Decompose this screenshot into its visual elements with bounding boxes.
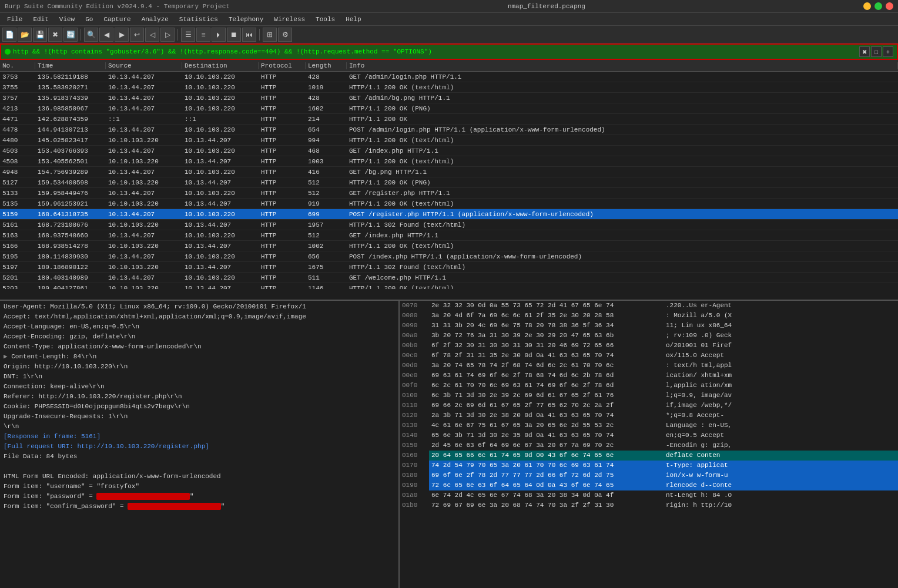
- close-button[interactable]: [886, 2, 893, 10]
- cell-len: 511: [306, 274, 347, 281]
- filter-input[interactable]: [13, 48, 857, 55]
- cell-no: 5127: [0, 179, 35, 186]
- table-row[interactable]: 4213 136.985850967 10.13.44.207 10.10.10…: [0, 103, 898, 114]
- hex-offset: 00b0: [400, 341, 429, 351]
- cell-dst: 10.10.103.220: [182, 253, 259, 260]
- window-controls[interactable]: [863, 2, 893, 10]
- hex-offset: 00a0: [400, 331, 429, 341]
- toolbar-cols[interactable]: ⊞: [263, 28, 277, 42]
- cell-len: 468: [306, 147, 347, 154]
- cell-no: 5159: [0, 211, 35, 218]
- cell-dst: 10.10.103.220: [182, 105, 259, 112]
- table-row[interactable]: 5203 180.404127861 10.10.103.220 10.13.4…: [0, 283, 898, 289]
- detail-line[interactable]: [Full request URI: http://10.10.103.220/…: [1, 442, 397, 452]
- toolbar-restart[interactable]: ⏮: [242, 28, 256, 42]
- table-row[interactable]: 5133 159.958449476 10.13.44.207 10.10.10…: [0, 188, 898, 199]
- cell-src: 10.13.44.207: [106, 274, 182, 281]
- toolbar-reload[interactable]: 🔄: [63, 28, 78, 42]
- table-row[interactable]: 5197 180.186890122 10.10.103.220 10.13.4…: [0, 262, 898, 273]
- table-row[interactable]: 5163 168.937548660 10.13.44.207 10.10.10…: [0, 230, 898, 241]
- hex-bytes: 3a 20 4d 6f 7a 69 6c 6c 61 2f 35 2e 30 2…: [429, 311, 664, 321]
- toolbar-save[interactable]: 💾: [33, 28, 47, 42]
- table-row[interactable]: 4480 145.025823417 10.10.103.220 10.13.4…: [0, 135, 898, 146]
- hex-ascii: ox/115.0 Accept: [664, 351, 898, 361]
- menu-edit[interactable]: Edit: [28, 15, 53, 24]
- toolbar-next[interactable]: ▷: [160, 28, 175, 42]
- col-header-info: Info: [347, 62, 898, 69]
- hex-offset: 0150: [400, 441, 429, 451]
- cell-info: HTTP/1.1 200 OK (text/html): [347, 200, 898, 207]
- cell-time: 168.641318735: [35, 211, 106, 218]
- toolbar-goto[interactable]: ↩: [130, 28, 144, 42]
- menu-tools[interactable]: Tools: [311, 15, 340, 24]
- menu-analyze[interactable]: Analyze: [137, 15, 173, 24]
- toolbar-fwd[interactable]: ▶: [115, 28, 129, 42]
- detail-line[interactable]: [Response in frame: 5161]: [1, 432, 397, 442]
- cell-dst: 10.10.103.220: [182, 84, 259, 91]
- menu-statistics[interactable]: Statistics: [175, 15, 223, 24]
- toolbar-open[interactable]: 📂: [18, 28, 32, 42]
- table-row[interactable]: 5201 180.403140989 10.13.44.207 10.10.10…: [0, 273, 898, 283]
- packet-list-header: No. Time Source Destination Protocol Len…: [0, 60, 898, 72]
- table-row[interactable]: 3753 135.582119188 10.13.44.207 10.10.10…: [0, 72, 898, 82]
- menu-capture[interactable]: Capture: [99, 15, 135, 24]
- detail-line[interactable]: Content-Length: 84\r\n: [1, 352, 397, 362]
- cell-len: 1019: [306, 84, 347, 91]
- table-row[interactable]: 5161 168.723108676 10.10.103.220 10.13.4…: [0, 220, 898, 230]
- cell-len: 214: [306, 116, 347, 123]
- cell-src: 10.10.103.220: [106, 179, 182, 186]
- detail-line: Upgrade-Insecure-Requests: 1\r\n: [1, 412, 397, 422]
- table-row[interactable]: 4503 153.403766393 10.13.44.207 10.10.10…: [0, 146, 898, 156]
- table-row[interactable]: 3755 135.583920271 10.13.44.207 10.10.10…: [0, 82, 898, 93]
- toolbar-prev[interactable]: ◁: [145, 28, 159, 42]
- cell-src: 10.13.44.207: [106, 95, 182, 102]
- cell-src: 10.10.103.220: [106, 137, 182, 144]
- table-row[interactable]: 5135 159.961253921 10.10.103.220 10.13.4…: [0, 199, 898, 209]
- toolbar-stop[interactable]: ⏹: [227, 28, 241, 42]
- table-row[interactable]: 4478 144.941307213 10.13.44.207 10.10.10…: [0, 125, 898, 135]
- table-row[interactable]: 5195 180.114839930 10.13.44.207 10.10.10…: [0, 251, 898, 262]
- table-row[interactable]: 4471 142.628874359 ::1 ::1 HTTP 214 HTTP…: [0, 114, 898, 125]
- hex-bytes: 74 2d 54 79 70 65 3a 20 61 70 70 6c 69 6…: [429, 461, 664, 471]
- toolbar-start[interactable]: ⏵: [212, 28, 226, 42]
- menu-go[interactable]: Go: [81, 15, 98, 24]
- table-row[interactable]: 4508 153.405562501 10.10.103.220 10.13.4…: [0, 156, 898, 167]
- table-row[interactable]: 4948 154.756939289 10.13.44.207 10.10.10…: [0, 167, 898, 177]
- cell-no: 3753: [0, 73, 35, 80]
- toolbar-close[interactable]: ✖: [48, 28, 62, 42]
- menu-telephony[interactable]: Telephony: [224, 15, 268, 24]
- cell-dst: 10.13.44.207: [182, 243, 259, 250]
- cell-info: HTTP/1.1 200 OK (text/html): [347, 243, 898, 250]
- filter-clear[interactable]: ✖: [859, 46, 870, 57]
- titlebar: Burp Suite Community Edition v2024.9.4 -…: [0, 0, 898, 13]
- toolbar-find[interactable]: 🔍: [84, 28, 98, 42]
- cell-no: 5135: [0, 200, 35, 207]
- table-row[interactable]: 5166 168.938514278 10.10.103.220 10.13.4…: [0, 241, 898, 251]
- menu-wireless[interactable]: Wireless: [269, 15, 310, 24]
- menu-view[interactable]: View: [55, 15, 79, 24]
- cell-src: 10.10.103.220: [106, 243, 182, 250]
- hex-offset: 0170: [400, 461, 429, 471]
- minimize-button[interactable]: [863, 2, 871, 10]
- toolbar-list2[interactable]: ≡: [196, 28, 210, 42]
- cell-dst: 10.10.103.220: [182, 73, 259, 80]
- toolbar-new[interactable]: 📄: [2, 28, 16, 42]
- cell-src: 10.13.44.207: [106, 253, 182, 260]
- cell-time: 168.938514278: [35, 243, 106, 250]
- toolbar-back[interactable]: ◀: [99, 28, 113, 42]
- cell-time: 142.628874359: [35, 116, 106, 123]
- toolbar-list[interactable]: ☰: [181, 28, 195, 42]
- cell-proto: HTTP: [259, 285, 306, 290]
- filter-add[interactable]: +: [883, 46, 893, 57]
- table-row[interactable]: 3757 135.918374339 10.13.44.207 10.10.10…: [0, 93, 898, 103]
- cell-info: GET /admin/bg.png HTTP/1.1: [347, 95, 898, 102]
- table-row[interactable]: 5159 168.641318735 10.13.44.207 10.10.10…: [0, 209, 898, 220]
- cell-info: HTTP/1.1 302 Found (text/html): [347, 221, 898, 229]
- toolbar-prefs[interactable]: ⚙: [278, 28, 292, 42]
- table-row[interactable]: 5127 159.534400598 10.10.103.220 10.13.4…: [0, 177, 898, 188]
- filter-expand[interactable]: □: [871, 46, 882, 57]
- maximize-button[interactable]: [874, 2, 882, 10]
- cell-src: 10.13.44.207: [106, 84, 182, 91]
- menu-file[interactable]: File: [2, 15, 27, 24]
- menu-help[interactable]: Help: [341, 15, 366, 24]
